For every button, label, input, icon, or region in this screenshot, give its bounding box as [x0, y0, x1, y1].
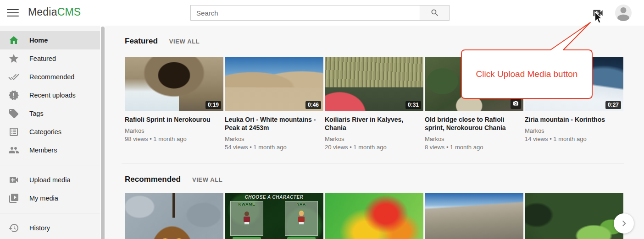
- media-title[interactable]: Ziria mountain - Korinthos: [525, 116, 623, 124]
- media-meta: 14 views • 1 month ago: [525, 136, 623, 142]
- top-bar: MediaCMS: [0, 0, 644, 26]
- featured-section-header: Featured VIEW ALL: [125, 37, 200, 46]
- video-thumbnail[interactable]: [325, 193, 423, 239]
- video-library-icon: [8, 193, 19, 204]
- carousel-next-button[interactable]: [614, 213, 634, 234]
- upload-media-button[interactable]: [591, 7, 604, 20]
- sidebar-item-history[interactable]: History: [0, 219, 100, 237]
- media-card[interactable]: [325, 193, 423, 239]
- sidebar-item-upload-media[interactable]: Upload media: [0, 171, 100, 189]
- user-avatar[interactable]: [615, 5, 632, 21]
- sidebar: Home Featured Recommended Recent uploads…: [0, 26, 100, 239]
- media-author[interactable]: Markos: [525, 127, 623, 134]
- hamburger-menu-icon[interactable]: [6, 6, 20, 19]
- video-thumbnail[interactable]: 0:46: [225, 57, 323, 111]
- star-icon: [8, 53, 19, 64]
- media-title[interactable]: Rafioli Sprint in Nerokourou: [125, 116, 223, 124]
- video-thumbnail[interactable]: [525, 193, 623, 239]
- character-name: YAA: [285, 202, 317, 206]
- sidebar-item-recent-uploads[interactable]: Recent uploads: [0, 86, 100, 104]
- featured-cards-row: 0:19 Rafioli Sprint in Nerokourou Markos…: [125, 57, 623, 151]
- media-author[interactable]: Markos: [425, 136, 523, 142]
- media-card[interactable]: 0:31 Koiliaris River in Kalyves, Chania …: [325, 57, 423, 151]
- sidebar-item-label: Tags: [29, 110, 44, 117]
- sidebar-divider: [0, 165, 100, 165]
- sidebar-item-label: Home: [29, 37, 48, 44]
- media-card[interactable]: [425, 193, 523, 239]
- chevron-right-icon: [619, 219, 628, 228]
- sidebar-item-tags[interactable]: Tags: [0, 104, 100, 123]
- history-icon: [8, 223, 19, 234]
- sidebar-item-my-media[interactable]: My media: [0, 189, 100, 207]
- media-title[interactable]: Leuka Ori - White mountains - Peak at 24…: [225, 116, 323, 132]
- media-title[interactable]: Old bridge close to Rafioli sprint, Nero…: [425, 116, 523, 132]
- sidebar-divider: [0, 213, 100, 213]
- sidebar-item-featured[interactable]: Featured: [0, 49, 100, 68]
- sidebar-item-label: My media: [29, 195, 58, 202]
- sidebar-item-members[interactable]: Members: [0, 141, 100, 159]
- search-form: [190, 5, 450, 21]
- sidebar-item-label: Upload media: [29, 176, 70, 184]
- character-panel: KWAME: [230, 201, 263, 236]
- image-type-badge: [511, 98, 521, 109]
- media-card[interactable]: CHOOSE A CHARACTER KWAME YAA Selected Se…: [225, 193, 323, 239]
- image-thumbnail[interactable]: [425, 57, 523, 111]
- media-author[interactable]: Markos: [125, 127, 223, 134]
- video-thumbnail[interactable]: 0:31: [325, 57, 423, 111]
- double-check-icon: [8, 71, 19, 82]
- section-title: Recommended: [125, 175, 181, 184]
- duration-badge: 0:46: [305, 101, 321, 109]
- logo[interactable]: MediaCMS: [28, 6, 81, 18]
- media-card[interactable]: [125, 193, 223, 239]
- duration-badge: 0:31: [405, 101, 421, 109]
- person-icon: [615, 5, 632, 21]
- categories-icon: [8, 126, 19, 137]
- thumb-game-button: Selected: [233, 237, 261, 239]
- recommended-section-header: Recommended VIEW ALL: [125, 175, 222, 184]
- sidebar-item-label: Recent uploads: [29, 92, 76, 99]
- upload-media-icon: [592, 7, 604, 19]
- video-thumbnail[interactable]: 0:27: [525, 57, 623, 111]
- sidebar-item-label: Categories: [29, 128, 61, 136]
- media-card[interactable]: 0:19 Rafioli Sprint in Nerokourou Markos…: [125, 57, 223, 151]
- media-card[interactable]: Old bridge close to Rafioli sprint, Nero…: [425, 57, 523, 151]
- scrollbar-thumb[interactable]: [101, 27, 105, 239]
- featured-view-all-link[interactable]: VIEW ALL: [169, 38, 200, 45]
- media-card[interactable]: 0:46 Leuka Ori - White mountains - Peak …: [225, 57, 323, 151]
- search-input[interactable]: [190, 5, 420, 21]
- search-icon: [430, 8, 439, 17]
- video-thumbnail[interactable]: 0:19: [125, 57, 223, 111]
- media-card[interactable]: 0:27 Ziria mountain - Korinthos Markos 1…: [525, 57, 623, 151]
- video-thumbnail[interactable]: [125, 193, 223, 239]
- character-panel: YAA: [285, 201, 318, 236]
- sidebar-scrollbar: [100, 26, 105, 239]
- media-title[interactable]: Koiliaris River in Kalyves, Chania: [325, 116, 423, 132]
- media-meta: 98 views • 1 month ago: [125, 136, 223, 142]
- search-button[interactable]: [420, 5, 450, 21]
- home-icon: [8, 35, 19, 46]
- thumb-game-heading: CHOOSE A CHARACTER: [225, 195, 323, 200]
- mediacms-app: MediaCMS Home Featured Recommended: [0, 0, 644, 239]
- media-author[interactable]: Markos: [325, 136, 423, 142]
- video-thumbnail[interactable]: [425, 193, 523, 239]
- media-card[interactable]: [525, 193, 623, 239]
- tag-icon: [8, 108, 19, 119]
- character-name: KWAME: [231, 202, 263, 206]
- duration-badge: 0:27: [605, 101, 621, 109]
- video-thumbnail[interactable]: CHOOSE A CHARACTER KWAME YAA Selected Se…: [225, 193, 323, 239]
- recommended-cards-row: CHOOSE A CHARACTER KWAME YAA Selected Se…: [125, 193, 623, 239]
- media-meta: 8 views • 1 month ago: [425, 144, 523, 151]
- sidebar-item-label: History: [29, 224, 50, 232]
- section-divider: [122, 163, 624, 163]
- sidebar-item-home[interactable]: Home: [0, 31, 100, 49]
- thumb-game-button: Select: [287, 237, 316, 239]
- sidebar-item-recommended[interactable]: Recommended: [0, 68, 100, 86]
- duration-badge: 0:19: [205, 101, 221, 109]
- recommended-view-all-link[interactable]: VIEW ALL: [192, 176, 222, 183]
- camera-icon: [513, 100, 519, 106]
- sidebar-item-categories[interactable]: Categories: [0, 123, 100, 141]
- members-icon: [8, 145, 19, 156]
- media-author[interactable]: Markos: [225, 136, 323, 142]
- media-meta: 54 views • 1 month ago: [225, 144, 323, 151]
- sidebar-item-label: Members: [29, 147, 57, 154]
